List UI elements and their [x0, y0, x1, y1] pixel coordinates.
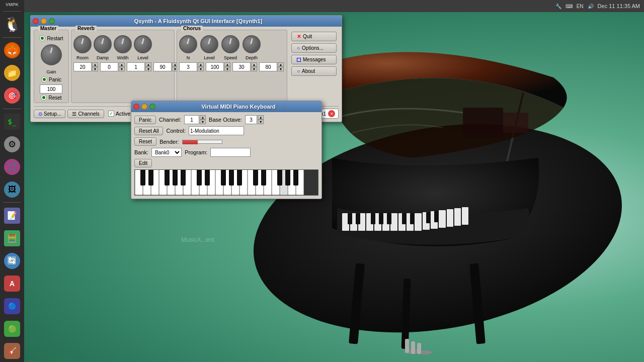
- tray-icon-4[interactable]: 🔊: [588, 4, 594, 9]
- midi-panic-btn[interactable]: Panic: [134, 116, 156, 124]
- reset-radio-btn[interactable]: Reset: [41, 95, 61, 101]
- qsynth-close-btn[interactable]: [33, 18, 39, 24]
- midi-octave-spin[interactable]: 3 ▲▼: [245, 115, 264, 124]
- sidebar-item-terminal[interactable]: $_: [2, 112, 23, 132]
- midi-octave-down[interactable]: ▼: [258, 120, 264, 124]
- reverb-damp-spin[interactable]: 0 ▲▼: [100, 62, 125, 71]
- chorus-level-up[interactable]: ▲: [224, 62, 230, 67]
- midi-reset-all-btn[interactable]: Reset All: [134, 127, 163, 135]
- quit-button[interactable]: ✕ Quit: [291, 32, 337, 41]
- chorus-depth-down[interactable]: ▼: [278, 67, 284, 71]
- sidebar-item-app3[interactable]: 🟢: [2, 318, 23, 339]
- qsynth-min-btn[interactable]: [41, 18, 47, 24]
- synth-close-btn[interactable]: ✕: [328, 110, 335, 117]
- white-key[interactable]: [183, 170, 191, 195]
- white-key[interactable]: [272, 170, 280, 195]
- sidebar-item-app1[interactable]: A: [2, 273, 23, 294]
- sidebar-item-images[interactable]: 🖼: [2, 179, 23, 200]
- restart-radio-btn[interactable]: Restart: [39, 35, 63, 41]
- sidebar-item-app4[interactable]: 🎸: [2, 341, 23, 361]
- white-key[interactable]: [280, 170, 288, 195]
- about-button[interactable]: ○ About: [291, 66, 337, 76]
- white-key[interactable]: [159, 170, 167, 195]
- white-key[interactable]: [296, 170, 304, 195]
- sidebar-item-calc[interactable]: 🧮: [2, 228, 23, 248]
- chorus-depth-up[interactable]: ▲: [278, 62, 284, 67]
- white-key[interactable]: [143, 170, 151, 195]
- reverb-width-down[interactable]: ▼: [145, 67, 151, 71]
- chorus-speed-knob[interactable]: [221, 35, 239, 53]
- reverb-level-spin[interactable]: 90 ▲▼: [153, 62, 178, 71]
- reverb-level-knob[interactable]: [134, 35, 152, 53]
- midi-edit-btn[interactable]: Edit: [134, 159, 152, 167]
- reverb-room-up[interactable]: ▲: [92, 62, 98, 67]
- chorus-level-down[interactable]: ▼: [224, 67, 230, 71]
- midi-max-btn[interactable]: [149, 104, 155, 110]
- tray-icon-3[interactable]: EN: [577, 4, 584, 9]
- white-key[interactable]: [191, 170, 199, 195]
- messages-button[interactable]: Messages: [291, 55, 337, 64]
- tray-icon-2[interactable]: ⌨: [566, 4, 573, 9]
- channels-button[interactable]: ☰ Channels: [67, 110, 104, 118]
- white-key[interactable]: [223, 170, 231, 195]
- sidebar-item-update[interactable]: 🔄: [2, 250, 23, 271]
- setup-button[interactable]: ⊙ Setup...: [34, 110, 65, 118]
- tray-icon-1[interactable]: 🔧: [555, 4, 561, 9]
- sidebar-item-text[interactable]: 📝: [2, 205, 23, 226]
- white-key[interactable]: [175, 170, 183, 195]
- midi-close-btn[interactable]: [133, 104, 139, 110]
- chorus-n-spin[interactable]: 3 ▲▼: [179, 62, 204, 71]
- white-key[interactable]: [207, 170, 215, 195]
- midi-bank-select[interactable]: Bank0: [151, 148, 182, 157]
- chorus-depth-spin[interactable]: 80 ▲▼: [259, 62, 284, 71]
- reverb-room-spin[interactable]: 20 ▲▼: [73, 62, 98, 71]
- midi-reset-btn[interactable]: Reset: [134, 137, 156, 146]
- reverb-room-knob[interactable]: [73, 35, 92, 53]
- chorus-level-spin[interactable]: 100 ▲▼: [206, 62, 230, 71]
- midi-octave-up[interactable]: ▲: [258, 115, 264, 120]
- midi-program-input[interactable]: [210, 148, 251, 157]
- midi-channel-down[interactable]: ▼: [200, 120, 206, 124]
- chorus-n-knob[interactable]: [179, 35, 197, 53]
- sidebar-item-files[interactable]: 📁: [2, 63, 23, 83]
- reverb-width-spin[interactable]: 1 ▲▼: [127, 62, 151, 71]
- reverb-damp-down[interactable]: ▼: [119, 67, 125, 71]
- sidebar-item-ubuntu[interactable]: 🐧: [2, 14, 23, 35]
- midi-bender-slider[interactable]: [182, 140, 222, 144]
- reverb-damp-knob[interactable]: [94, 35, 112, 53]
- white-key[interactable]: [288, 170, 296, 195]
- reverb-room-down[interactable]: ▼: [92, 67, 98, 71]
- chorus-n-down[interactable]: ▼: [198, 67, 204, 71]
- white-key[interactable]: [167, 170, 175, 195]
- reverb-width-up[interactable]: ▲: [145, 62, 151, 67]
- chorus-speed-spin[interactable]: 30 ▲▼: [232, 62, 257, 71]
- white-key[interactable]: [239, 170, 248, 195]
- chorus-speed-up[interactable]: ▲: [251, 62, 257, 67]
- master-gain-knob[interactable]: [41, 44, 62, 65]
- panic-radio-btn[interactable]: Panic: [41, 76, 61, 82]
- chorus-level-knob[interactable]: [200, 35, 218, 53]
- sidebar-item-music[interactable]: 🎵: [2, 157, 23, 177]
- white-key[interactable]: [199, 170, 207, 195]
- midi-channel-up[interactable]: ▲: [200, 115, 206, 120]
- reverb-active-checkbox[interactable]: ✓: [108, 111, 114, 117]
- master-gain-value[interactable]: 100: [40, 84, 62, 94]
- midi-min-btn[interactable]: [141, 104, 147, 110]
- white-key[interactable]: [248, 170, 256, 195]
- sidebar-item-firefox[interactable]: 🦊: [2, 40, 23, 61]
- midi-control-input[interactable]: [189, 126, 244, 135]
- qsynth-max-btn[interactable]: [49, 18, 55, 24]
- midi-channel-spin[interactable]: 1 ▲▼: [184, 115, 206, 124]
- white-key[interactable]: [135, 170, 143, 195]
- reverb-damp-up[interactable]: ▲: [119, 62, 125, 67]
- chorus-speed-down[interactable]: ▼: [251, 67, 257, 71]
- white-key[interactable]: [264, 170, 272, 195]
- reverb-width-knob[interactable]: [114, 35, 132, 53]
- chorus-n-up[interactable]: ▲: [198, 62, 204, 67]
- white-key[interactable]: [231, 170, 239, 195]
- white-key[interactable]: [215, 170, 223, 195]
- sidebar-item-store[interactable]: 🎯: [2, 85, 23, 106]
- white-key[interactable]: [151, 170, 159, 195]
- sidebar-item-app2[interactable]: 🔵: [2, 296, 23, 316]
- white-key[interactable]: [256, 170, 264, 195]
